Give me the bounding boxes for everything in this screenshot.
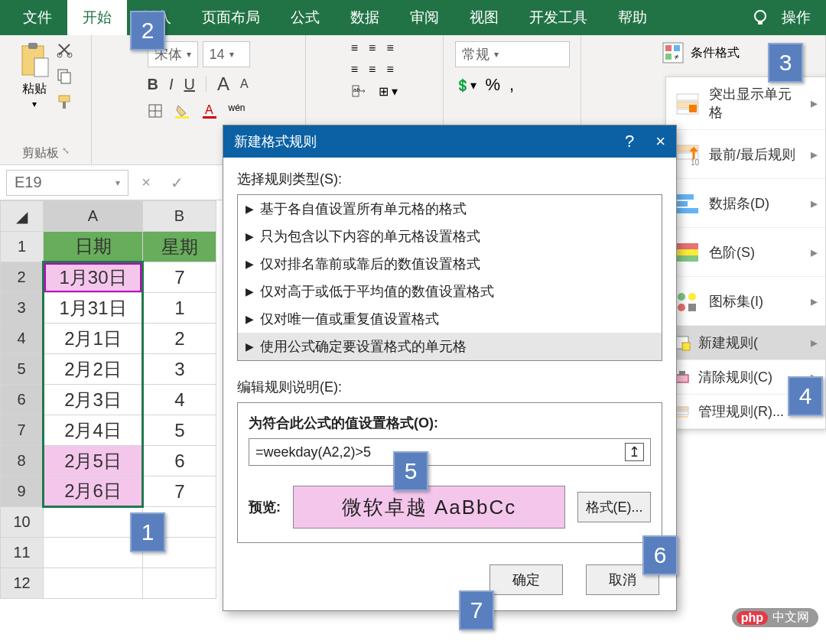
- font-size-combo[interactable]: 14▾: [203, 41, 250, 67]
- col-header-B[interactable]: B: [143, 201, 216, 232]
- dropdown-icon[interactable]: ▾: [32, 99, 37, 109]
- align-middle-icon[interactable]: ≡: [369, 41, 376, 55]
- tab-view[interactable]: 视图: [454, 0, 514, 35]
- paste-button[interactable]: 粘贴 ▾: [19, 41, 50, 110]
- cell[interactable]: [44, 507, 143, 538]
- tab-developer[interactable]: 开发工具: [514, 0, 603, 35]
- cell[interactable]: 2: [143, 324, 216, 354]
- cell[interactable]: [44, 538, 143, 568]
- cell[interactable]: 2月1日: [44, 324, 143, 354]
- format-painter-icon[interactable]: [56, 93, 73, 110]
- rule-type-item[interactable]: ▶仅对高于或低于平均值的数值设置格式: [238, 278, 662, 305]
- select-all-corner[interactable]: ◢: [1, 201, 44, 232]
- bold-button[interactable]: B: [148, 76, 158, 93]
- cf-menu-toprules[interactable]: 10最前/最后规则▸: [666, 130, 825, 179]
- tell-me-icon[interactable]: [743, 0, 777, 35]
- range-picker-icon[interactable]: ↥: [625, 443, 644, 461]
- cell[interactable]: 6: [143, 446, 216, 476]
- tab-home[interactable]: 开始: [67, 0, 127, 35]
- row-header[interactable]: 6: [1, 385, 44, 415]
- rule-type-item[interactable]: ▶仅对唯一值或重复值设置格式: [238, 305, 662, 333]
- cell[interactable]: 2月3日: [44, 385, 143, 415]
- borders-button[interactable]: [148, 103, 163, 119]
- fill-color-button[interactable]: [174, 102, 190, 119]
- row-header[interactable]: 8: [1, 446, 44, 476]
- rule-type-list[interactable]: ▶基于各自值设置所有单元格的格式▶只为包含以下内容的单元格设置格式▶仅对排名靠前…: [237, 194, 662, 361]
- cell[interactable]: 2月5日: [44, 446, 143, 476]
- cell[interactable]: 1月31日: [44, 293, 143, 324]
- tab-review[interactable]: 审阅: [395, 0, 454, 35]
- ruby-button[interactable]: wén: [229, 102, 246, 113]
- cell[interactable]: 3: [143, 354, 216, 385]
- formula-input[interactable]: =weekday(A2,2)>5 ↥: [249, 438, 651, 466]
- cf-menu-databars[interactable]: 数据条(D)▸: [666, 179, 825, 228]
- cell[interactable]: [44, 568, 143, 599]
- conditional-format-button[interactable]: ≠ 条件格式: [662, 41, 740, 64]
- row-header[interactable]: 11: [1, 538, 44, 568]
- rule-type-item[interactable]: ▶使用公式确定要设置格式的单元格: [238, 333, 662, 360]
- rule-type-item[interactable]: ▶仅对排名靠前或靠后的数值设置格式: [238, 250, 662, 278]
- cf-menu-highlight[interactable]: 突出显示单元格▸: [666, 77, 825, 130]
- name-box[interactable]: E19▾: [6, 170, 128, 196]
- close-icon[interactable]: ×: [655, 132, 665, 151]
- cancel-formula-icon[interactable]: ×: [133, 174, 159, 191]
- rule-type-item[interactable]: ▶基于各自值设置所有单元格的格式: [238, 195, 662, 223]
- cf-menu-iconsets[interactable]: 图标集(I)▸: [666, 277, 825, 326]
- rule-type-item[interactable]: ▶只为包含以下内容的单元格设置格式: [238, 223, 662, 250]
- cell[interactable]: 4: [143, 385, 216, 415]
- cell[interactable]: 2月6日: [44, 476, 143, 507]
- dialog-launcher-icon[interactable]: ⤡: [62, 145, 70, 156]
- row-header[interactable]: 3: [1, 293, 44, 324]
- cell[interactable]: 7: [143, 262, 216, 293]
- number-format-combo[interactable]: 常规▾: [455, 41, 570, 67]
- tab-file[interactable]: 文件: [8, 0, 67, 35]
- copy-icon[interactable]: [56, 67, 73, 84]
- cf-menu-new[interactable]: 新建规则(▸: [666, 326, 825, 360]
- row-header[interactable]: 9: [1, 476, 44, 507]
- cut-icon[interactable]: [56, 41, 73, 58]
- cf-menu-colorscales[interactable]: 色阶(S)▸: [666, 228, 825, 277]
- tab-formula[interactable]: 公式: [275, 0, 335, 35]
- ok-button[interactable]: 确定: [489, 564, 563, 595]
- enter-formula-icon[interactable]: ✓: [164, 174, 190, 192]
- row-header[interactable]: 1: [1, 232, 44, 262]
- shrink-font-button[interactable]: A: [240, 77, 249, 91]
- tab-layout[interactable]: 页面布局: [187, 0, 275, 35]
- font-color-button[interactable]: A: [201, 102, 218, 119]
- cell[interactable]: 1月30日: [44, 262, 143, 293]
- percent-button[interactable]: %: [486, 75, 501, 95]
- underline-button[interactable]: U: [184, 76, 195, 93]
- cell[interactable]: 日期: [44, 232, 143, 262]
- cell[interactable]: 2月4日: [44, 415, 143, 446]
- wrap-text-icon[interactable]: ab: [351, 84, 368, 99]
- tab-help[interactable]: 帮助: [603, 0, 662, 35]
- tell-me-label[interactable]: 操作: [777, 0, 826, 35]
- help-icon[interactable]: ?: [625, 132, 634, 151]
- cell[interactable]: 7: [143, 476, 216, 507]
- merge-button[interactable]: ⊞ ▾: [379, 84, 398, 99]
- cell[interactable]: 星期: [143, 232, 216, 262]
- align-bottom-icon[interactable]: ≡: [386, 41, 393, 55]
- cell[interactable]: [143, 568, 216, 599]
- row-header[interactable]: 10: [1, 507, 44, 538]
- tab-data[interactable]: 数据: [335, 0, 395, 35]
- grow-font-button[interactable]: A: [217, 73, 229, 95]
- cell[interactable]: 5: [143, 415, 216, 446]
- cell[interactable]: 2月2日: [44, 354, 143, 385]
- align-center-icon[interactable]: ≡: [369, 63, 376, 76]
- comma-button[interactable]: ,: [509, 75, 514, 95]
- row-header[interactable]: 7: [1, 415, 44, 446]
- align-left-icon[interactable]: ≡: [351, 63, 358, 76]
- row-header[interactable]: 2: [1, 262, 44, 293]
- row-header[interactable]: 12: [1, 568, 44, 599]
- col-header-A[interactable]: A: [44, 201, 143, 232]
- row-header[interactable]: 5: [1, 354, 44, 385]
- align-top-icon[interactable]: ≡: [351, 41, 358, 55]
- italic-button[interactable]: I: [169, 76, 174, 93]
- cell[interactable]: 1: [143, 293, 216, 324]
- format-button[interactable]: 格式(E)...: [577, 492, 651, 522]
- dialog-titlebar[interactable]: 新建格式规则 ? ×: [223, 125, 676, 158]
- row-header[interactable]: 4: [1, 324, 44, 354]
- align-right-icon[interactable]: ≡: [386, 63, 393, 76]
- currency-button[interactable]: 💲▾: [455, 78, 476, 93]
